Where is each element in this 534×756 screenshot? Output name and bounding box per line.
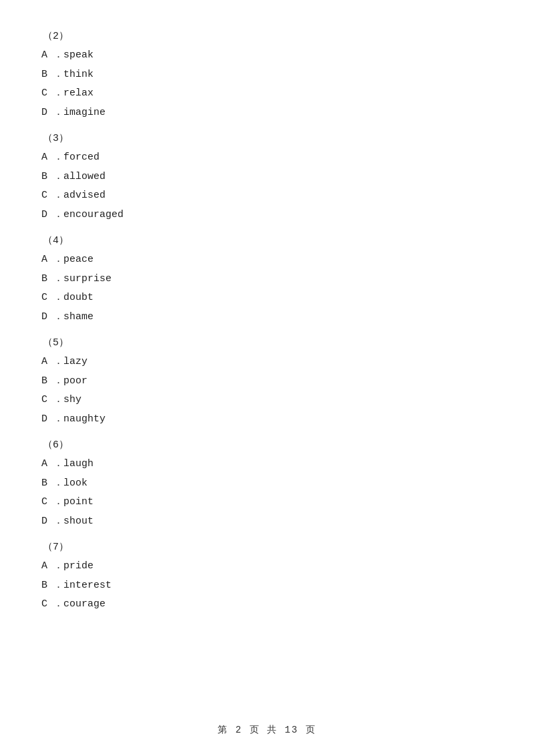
question-number-q3: （3） <box>40 132 494 144</box>
question-number-q4: （4） <box>40 234 494 246</box>
option-q4-b[interactable]: B ．surprise <box>40 270 494 289</box>
question-number-q6: （6） <box>40 438 494 451</box>
option-q6-c[interactable]: C ．point <box>40 493 494 512</box>
question-group-q7: （7）A ．prideB ．interestC ．courage <box>40 540 494 614</box>
question-group-q4: （4）A ．peaceB ．surpriseC ．doubtD ．shame <box>40 234 494 327</box>
question-number-q7: （7） <box>40 540 494 553</box>
question-group-q2: （2）A ．speakB ．thinkC ．relaxD ．imagine <box>40 29 494 122</box>
option-q7-b[interactable]: B ．interest <box>40 576 494 596</box>
question-group-q5: （5）A ．lazyB ．poorC ．shyD ．naughty <box>40 336 494 429</box>
option-q2-d[interactable]: D ．imagine <box>40 104 494 123</box>
question-group-q6: （6）A ．laughB ．lookC ．pointD ．shout <box>40 438 494 531</box>
option-q5-a[interactable]: A ．lazy <box>40 353 494 372</box>
option-q7-a[interactable]: A ．pride <box>40 557 494 576</box>
question-number-q2: （2） <box>40 29 494 42</box>
option-q2-c[interactable]: C ．relax <box>40 84 494 104</box>
footer-text: 第 2 页 共 13 页 <box>218 725 316 735</box>
option-q3-b[interactable]: B ．allowed <box>40 168 494 187</box>
option-q2-b[interactable]: B ．think <box>40 65 494 85</box>
option-q3-c[interactable]: C ．advised <box>40 186 494 206</box>
question-group-q3: （3）A ．forcedB ．allowedC ．advisedD ．encou… <box>40 132 494 224</box>
option-q6-d[interactable]: D ．shout <box>40 512 494 532</box>
question-number-q5: （5） <box>40 336 494 349</box>
option-q5-d[interactable]: D ．naughty <box>40 410 494 429</box>
option-q6-a[interactable]: A ．laugh <box>40 455 494 474</box>
option-q4-d[interactable]: D ．shame <box>40 308 494 327</box>
option-q5-b[interactable]: B ．poor <box>40 372 494 391</box>
option-q6-b[interactable]: B ．look <box>40 474 494 494</box>
option-q2-a[interactable]: A ．speak <box>40 46 494 65</box>
option-q3-d[interactable]: D ．encouraged <box>40 206 494 225</box>
option-q4-a[interactable]: A ．peace <box>40 250 494 270</box>
option-q3-a[interactable]: A ．forced <box>40 148 494 168</box>
page-footer: 第 2 页 共 13 页 <box>0 724 534 736</box>
option-q7-c[interactable]: C ．courage <box>40 595 494 614</box>
option-q4-c[interactable]: C ．doubt <box>40 289 494 308</box>
option-q5-c[interactable]: C ．shy <box>40 391 494 410</box>
